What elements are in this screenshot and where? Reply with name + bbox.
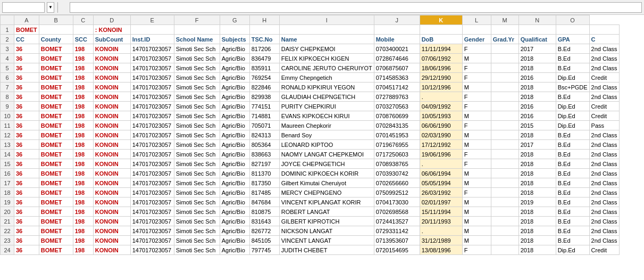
cell-J-1[interactable] — [374, 25, 420, 35]
cell-K-10[interactable]: 10/05/1993 — [420, 111, 462, 121]
cell-J-12[interactable]: 0701451953 — [374, 130, 420, 140]
cell-K-8[interactable]: . — [420, 92, 462, 102]
cell-C-13[interactable]: 198 — [73, 140, 93, 150]
cell-N-24[interactable]: 2018 — [518, 245, 556, 255]
col-header-A[interactable]: A — [14, 15, 39, 25]
cell-H-14[interactable]: 838663 — [249, 150, 279, 159]
cell-L-13[interactable]: M — [462, 140, 491, 150]
cell-M-23[interactable] — [491, 236, 518, 245]
cell-O-22[interactable]: B.Ed — [556, 226, 589, 236]
cell-N-11[interactable]: 2015 — [518, 121, 556, 130]
cell-J-24[interactable]: 0720154695 — [374, 245, 420, 255]
cell-B-22[interactable]: BOMET — [39, 226, 73, 236]
cell-F-24[interactable]: Simoti Sec Sch — [174, 245, 220, 255]
cell-M-9[interactable] — [491, 102, 518, 111]
cell-J-9[interactable]: 0703270563 — [374, 102, 420, 111]
cell-M-24[interactable] — [491, 245, 518, 255]
cell-O-7[interactable]: Bsc+PGDE — [556, 83, 589, 92]
cell-15-1[interactable] — [589, 25, 619, 35]
cell-15-17[interactable]: 2nd Class — [589, 178, 619, 188]
cell-L-21[interactable]: M — [462, 217, 491, 226]
cell-L-8[interactable]: F — [462, 92, 491, 102]
cell-O-18[interactable]: B.Ed — [556, 188, 589, 197]
cell-E-20[interactable]: 147017023057 — [130, 207, 174, 217]
cell-M-2[interactable]: Grad.Yr — [491, 35, 518, 44]
cell-B-8[interactable]: BOMET — [39, 92, 73, 102]
cell-O-3[interactable]: B.Ed — [556, 44, 589, 54]
cell-G-22[interactable]: Agric/Bio — [220, 226, 249, 236]
cell-B-21[interactable]: BOMET — [39, 217, 73, 226]
cell-B-20[interactable]: BOMET — [39, 207, 73, 217]
cell-C-3[interactable]: 198 — [73, 44, 93, 54]
cell-N-16[interactable]: 2018 — [518, 169, 556, 178]
cell-A-18[interactable]: 36 — [14, 188, 39, 197]
cell-L-6[interactable]: F — [462, 73, 491, 83]
cell-J-10[interactable]: 0708760699 — [374, 111, 420, 121]
cell-I-20[interactable]: ROBERT LANGAT — [279, 207, 374, 217]
cell-C-23[interactable]: 198 — [73, 236, 93, 245]
cell-C-20[interactable]: 198 — [73, 207, 93, 217]
cell-B-11[interactable]: BOMET — [39, 121, 73, 130]
cell-O-23[interactable]: B.Ed — [556, 236, 589, 245]
cell-C-1[interactable] — [73, 25, 93, 35]
cell-D-12[interactable]: KONOIN — [93, 130, 130, 140]
cell-O-2[interactable]: GPA — [556, 35, 589, 44]
cell-I-4[interactable]: FELIX KIPKOECH KIGEN — [279, 54, 374, 63]
cell-B-13[interactable]: BOMET — [39, 140, 73, 150]
cell-M-18[interactable] — [491, 188, 518, 197]
cell-B-1[interactable] — [39, 25, 73, 35]
cell-L-9[interactable]: F — [462, 102, 491, 111]
cell-J-11[interactable]: 0702843135 — [374, 121, 420, 130]
cell-L-16[interactable]: M — [462, 169, 491, 178]
cell-E-8[interactable]: 147017023057 — [130, 92, 174, 102]
cell-J-8[interactable]: 0727889763 — [374, 92, 420, 102]
cell-J-20[interactable]: 0702698568 — [374, 207, 420, 217]
cell-N-21[interactable]: 2018 — [518, 217, 556, 226]
cell-O-20[interactable]: B.Ed — [556, 207, 589, 217]
cell-B-15[interactable]: BOMET — [39, 159, 73, 169]
cell-E-11[interactable]: 147017023057 — [130, 121, 174, 130]
cell-M-21[interactable] — [491, 217, 518, 226]
cell-C-16[interactable]: 198 — [73, 169, 93, 178]
cell-F-4[interactable]: Simoti Sec Sch — [174, 54, 220, 63]
col-header-J[interactable]: J — [374, 15, 420, 25]
cell-K-16[interactable]: 06/06/1994 — [420, 169, 462, 178]
cell-D-1[interactable]: : KONOIN — [93, 25, 130, 35]
cell-A-8[interactable]: 36 — [14, 92, 39, 102]
cell-G-24[interactable]: Agric/Bio — [220, 245, 249, 255]
cell-I-18[interactable]: MERCY CHEPNGENO — [279, 188, 374, 197]
cell-I-15[interactable]: JOYCE CHEPNGETICH — [279, 159, 374, 169]
cell-F-1[interactable] — [174, 25, 220, 35]
cell-N-3[interactable]: 2017 — [518, 44, 556, 54]
cell-B-18[interactable]: BOMET — [39, 188, 73, 197]
cell-A-22[interactable]: 36 — [14, 226, 39, 236]
cell-N-12[interactable]: 2018 — [518, 130, 556, 140]
cell-O-11[interactable]: Dip.Ed — [556, 121, 589, 130]
cell-15-3[interactable]: 2nd Class — [589, 44, 619, 54]
cell-D-14[interactable]: KONOIN — [93, 150, 130, 159]
cell-M-12[interactable] — [491, 130, 518, 140]
cell-N-5[interactable]: 2018 — [518, 63, 556, 73]
cell-15-20[interactable]: 2nd Class — [589, 207, 619, 217]
col-header-L[interactable]: L — [462, 15, 491, 25]
cell-F-14[interactable]: Simoti Sec Sch — [174, 150, 220, 159]
col-header-I[interactable]: I — [279, 15, 374, 25]
cell-G-19[interactable]: Agric/Bio — [220, 197, 249, 207]
cell-15-13[interactable]: 2nd Class — [589, 140, 619, 150]
cell-C-2[interactable]: SCC — [73, 35, 93, 44]
cell-F-23[interactable]: Simoti Sec Sch — [174, 236, 220, 245]
cell-15-15[interactable]: 2nd Class — [589, 159, 619, 169]
cell-H-5[interactable]: 835911 — [249, 63, 279, 73]
cell-K-24[interactable]: 13/08/1996 — [420, 245, 462, 255]
cell-A-14[interactable]: 36 — [14, 150, 39, 159]
cell-G-20[interactable]: Agric/Bio — [220, 207, 249, 217]
cell-N-6[interactable]: 2016 — [518, 73, 556, 83]
cell-H-15[interactable]: 827197 — [249, 159, 279, 169]
cell-M-14[interactable] — [491, 150, 518, 159]
cell-I-1[interactable] — [279, 25, 374, 35]
cell-I-23[interactable]: VINCENT LANGAT — [279, 236, 374, 245]
cell-N-13[interactable]: 2017 — [518, 140, 556, 150]
cell-N-10[interactable]: 2016 — [518, 111, 556, 121]
cell-A-17[interactable]: 36 — [14, 178, 39, 188]
cell-D-22[interactable]: KONOIN — [93, 226, 130, 236]
